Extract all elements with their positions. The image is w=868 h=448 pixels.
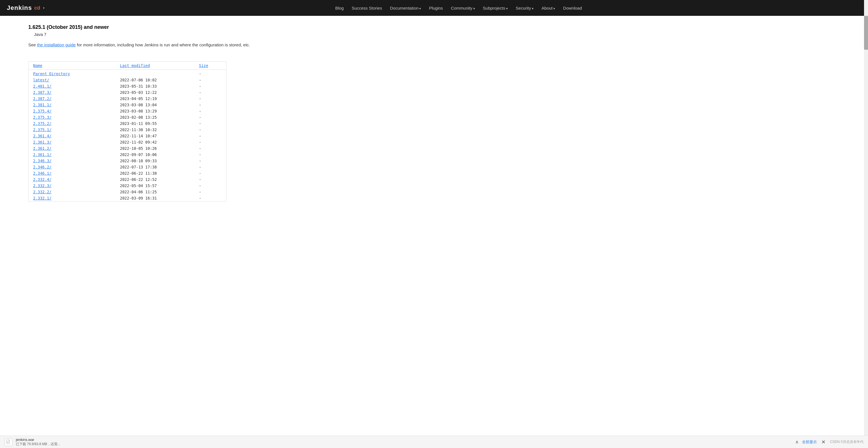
nav-link-subprojects[interactable]: Subprojects: [479, 3, 511, 13]
row-size-cell: -: [194, 151, 226, 158]
see-line: See the installation guide for more info…: [28, 42, 379, 47]
row-size-cell: -: [194, 189, 226, 195]
nav-item-subprojects: Subprojects: [479, 6, 511, 10]
row-date-cell: 2023-05-03 12:22: [116, 89, 194, 96]
table-row: 2.332.3/ 2022-05-04 15:57 -: [29, 182, 226, 189]
row-size-cell: -: [194, 89, 226, 96]
row-name-cell: Parent Directory: [29, 70, 116, 77]
row-name-link[interactable]: 2.375.2/: [33, 121, 52, 126]
table-row: 2.346.2/ 2022-07-13 17:38 -: [29, 164, 226, 170]
row-name-link[interactable]: 2.361.3/: [33, 140, 52, 144]
row-name-cell: 2.361.2/: [29, 145, 116, 151]
nav-link-community[interactable]: Community: [447, 3, 478, 13]
row-name-cell: 2.375.3/: [29, 114, 116, 120]
table-row: 2.361.3/ 2022-11-02 09:42 -: [29, 139, 226, 145]
row-name-link[interactable]: 2.387.2/: [33, 96, 52, 101]
row-date-cell: 2023-03-08 13:04: [116, 102, 194, 108]
table-row: 2.387.3/ 2023-05-03 12:22 -: [29, 89, 226, 96]
row-name-cell: 2.332.2/: [29, 189, 116, 195]
row-name-cell: 2.387.3/: [29, 89, 116, 96]
row-name-link[interactable]: 2.375.1/: [33, 128, 52, 132]
nav-item-download: Download: [560, 6, 585, 10]
brand: Jenkins cd ▾: [7, 4, 45, 11]
row-date-cell: 2022-07-13 17:38: [116, 164, 194, 170]
nav-link-download[interactable]: Download: [560, 3, 585, 13]
row-date-cell: 2022-06-22 11:38: [116, 170, 194, 176]
nav-item-plugins: Plugins: [426, 6, 446, 10]
row-size-cell: -: [194, 164, 226, 170]
cd-logo: cd: [34, 5, 40, 11]
row-size-cell: -: [194, 170, 226, 176]
table-row: Parent Directory -: [29, 70, 226, 77]
row-name-cell: 2.346.1/: [29, 170, 116, 176]
row-name-link[interactable]: Parent Directory: [33, 71, 70, 76]
row-name-link[interactable]: 2.361.4/: [33, 134, 52, 138]
table-row: 2.332.1/ 2022-03-09 16:31 -: [29, 195, 226, 201]
table-row: latest/ 2022-07-06 10:02 -: [29, 77, 226, 83]
row-name-link[interactable]: 2.375.3/: [33, 115, 52, 119]
row-name-link[interactable]: 2.346.1/: [33, 171, 52, 175]
nav-link-blog[interactable]: Blog: [332, 3, 347, 13]
row-name-cell: latest/: [29, 77, 116, 83]
row-size-cell: -: [194, 102, 226, 108]
row-name-link[interactable]: 2.375.4/: [33, 109, 52, 113]
row-name-link[interactable]: 2.346.2/: [33, 165, 52, 169]
row-name-link[interactable]: 2.332.2/: [33, 189, 52, 194]
sort-by-name[interactable]: Name: [33, 63, 42, 68]
java-version: Java 7: [34, 32, 379, 37]
nav-item-documentation: Documentation: [386, 6, 424, 10]
table-row: 2.401.1/ 2023-05-31 10:33 -: [29, 83, 226, 89]
nav-link-success-stories[interactable]: Success Stories: [348, 3, 385, 13]
file-listing: Name Last modified Size Parent Directory…: [28, 61, 226, 202]
table-header-row: Name Last modified Size: [29, 62, 226, 70]
row-name-link[interactable]: 2.346.3/: [33, 159, 52, 163]
row-date-cell: 2022-05-04 15:57: [116, 182, 194, 189]
row-date-cell: 2022-08-10 09:33: [116, 158, 194, 164]
table-row: 2.346.3/ 2022-08-10 09:33 -: [29, 158, 226, 164]
section-heading: 1.625.1 (October 2015) and newer: [28, 24, 379, 30]
table-row: 2.381.1/ 2023-03-08 13:04 -: [29, 102, 226, 108]
row-size-cell: -: [194, 133, 226, 139]
table-row: 2.346.1/ 2022-06-22 11:38 -: [29, 170, 226, 176]
row-name-link[interactable]: 2.401.1/: [33, 84, 52, 89]
row-size-cell: -: [194, 139, 226, 145]
table-row: 2.332.2/ 2022-04-06 11:25 -: [29, 189, 226, 195]
row-name-cell: 2.332.4/: [29, 176, 116, 182]
row-name-cell: 2.361.4/: [29, 133, 116, 139]
row-name-cell: 2.332.1/: [29, 195, 116, 201]
row-name-cell: 2.381.1/: [29, 102, 116, 108]
brand-dropdown-arrow[interactable]: ▾: [43, 6, 45, 10]
row-name-cell: 2.332.3/: [29, 182, 116, 189]
nav-item-about: About: [538, 6, 558, 10]
sort-by-size[interactable]: Size: [199, 63, 208, 68]
file-table-body: Parent Directory - latest/ 2022-07-06 10…: [29, 70, 226, 202]
row-name-cell: 2.346.2/: [29, 164, 116, 170]
row-date-cell: 2022-09-07 10:06: [116, 151, 194, 158]
row-name-link[interactable]: 2.332.3/: [33, 183, 52, 188]
row-name-link[interactable]: latest/: [33, 78, 49, 82]
see-text-after: for more information, including how Jenk…: [76, 42, 250, 47]
row-name-link[interactable]: 2.332.4/: [33, 177, 52, 182]
row-date-cell: 2022-11-14 10:47: [116, 133, 194, 139]
table-row: 2.361.2/ 2022-10-05 10:26 -: [29, 145, 226, 151]
nav-link-about[interactable]: About: [538, 3, 558, 13]
nav-link-plugins[interactable]: Plugins: [426, 3, 446, 13]
row-date-cell: 2023-01-11 09:55: [116, 120, 194, 127]
nav-link-security[interactable]: Security: [513, 3, 537, 13]
row-size-cell: -: [194, 176, 226, 182]
row-date-cell: 2022-03-09 16:31: [116, 195, 194, 201]
sort-by-date[interactable]: Last modified: [120, 63, 150, 68]
row-name-link[interactable]: 2.361.2/: [33, 146, 52, 151]
row-name-link[interactable]: 2.332.1/: [33, 196, 52, 200]
table-row: 2.375.3/ 2023-02-08 13:25 -: [29, 114, 226, 120]
row-name-link[interactable]: 2.381.1/: [33, 103, 52, 107]
scrollbar[interactable]: [864, 0, 868, 225]
row-name-link[interactable]: 2.387.3/: [33, 90, 52, 95]
row-name-link[interactable]: 2.361.1/: [33, 152, 52, 157]
installation-guide-link[interactable]: the installation guide: [37, 42, 76, 47]
scrollbar-thumb[interactable]: [864, 16, 868, 50]
nav-link-documentation[interactable]: Documentation: [386, 3, 424, 13]
row-size-cell: -: [194, 108, 226, 114]
row-date-cell: 2023-03-08 13:29: [116, 108, 194, 114]
col-header-date: Last modified: [116, 62, 194, 70]
